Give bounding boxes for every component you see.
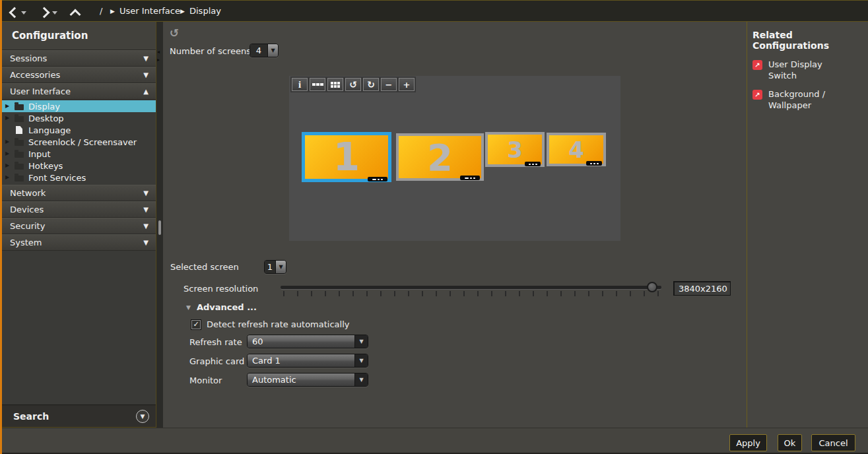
search-label: Search (13, 411, 49, 422)
sidebar-empty-area (2, 251, 156, 405)
dropdown-arrow-icon[interactable]: ▼ (354, 354, 368, 367)
select-value: 60 (248, 335, 354, 348)
section-label: Sessions (10, 53, 47, 63)
related-configurations-title: Related Configurations (752, 30, 864, 51)
collapse-left-icon[interactable]: ◂ (157, 49, 160, 55)
rotate-left-icon[interactable]: ↺ (345, 78, 361, 91)
back-history-dropdown-icon[interactable] (21, 11, 26, 15)
monitor-2[interactable]: 2 (396, 133, 484, 181)
tree-item-font-services[interactable]: ▶ Font Services (2, 172, 156, 183)
expander-icon[interactable]: ▶ (5, 104, 14, 109)
related-link-user-display-switch[interactable]: ↗ User Display Switch (752, 59, 864, 82)
folder-icon (15, 116, 24, 122)
triangle-down-icon: ▼ (271, 48, 275, 53)
search-expand-icon[interactable]: ▼ (136, 410, 149, 423)
monitor-3[interactable]: 3 (485, 132, 545, 167)
selected-screen-label: Selected screen (170, 262, 239, 272)
collapse-arrow-icon: ▼ (143, 239, 149, 246)
info-icon[interactable]: i (292, 78, 308, 91)
section-label: Security (10, 221, 45, 231)
rotate-right-icon[interactable]: ↻ (363, 78, 379, 91)
monitor-1[interactable]: 1 (302, 132, 391, 182)
tree-item-language[interactable]: Language (2, 124, 156, 136)
arrange-row-icon[interactable] (310, 78, 325, 91)
dropdown-arrow-icon[interactable]: ▼ (275, 261, 286, 273)
dropdown-arrow-icon[interactable]: ▼ (354, 373, 368, 386)
refresh-rate-select[interactable]: 60 ▼ (247, 335, 368, 348)
advanced-label: Advanced ... (197, 302, 257, 312)
graphic-card-select[interactable]: Card 1 ▼ (247, 354, 368, 368)
zoom-in-icon[interactable]: + (399, 78, 415, 91)
expander-icon[interactable]: ▶ (5, 163, 14, 168)
advanced-toggle[interactable]: ▼ Advanced ... (186, 302, 257, 312)
detect-refresh-checkbox-row[interactable]: ✓ Detect refresh rate automatically (191, 319, 349, 329)
splitter-grip[interactable] (158, 220, 161, 235)
expander-icon[interactable]: ▶ (5, 139, 14, 145)
file-icon (16, 126, 22, 134)
display-settings-panel: ↺ Number of screens 4 ▼ i ↺ ↻ − + 1 2 3 … (163, 22, 747, 428)
folder-icon (15, 164, 24, 170)
tree-item-input[interactable]: ▶ Input (2, 148, 156, 160)
configuration-sidebar: Configuration Sessions ▼ Accessories ▼ U… (2, 22, 156, 428)
collapse-arrow-icon: ▼ (143, 222, 149, 230)
resolution-slider-track[interactable] (281, 286, 661, 289)
arrange-grid-icon[interactable] (327, 78, 343, 91)
ok-button[interactable]: Ok (778, 434, 802, 451)
triangle-down-icon: ▼ (359, 339, 363, 344)
dropdown-arrow-icon[interactable]: ▼ (354, 335, 368, 348)
forward-history-dropdown-icon[interactable] (52, 11, 57, 15)
collapse-right-icon[interactable]: ▸ (157, 57, 160, 63)
sidebar-splitter[interactable]: ◂ ▸ (156, 22, 163, 428)
tree-item-display[interactable]: ▶ Display (2, 100, 156, 112)
tree-item-hotkeys[interactable]: ▶ Hotkeys (2, 160, 156, 172)
sidebar-section-system[interactable]: System ▼ (2, 234, 156, 251)
forward-icon[interactable] (38, 7, 49, 17)
apply-button[interactable]: Apply (729, 434, 767, 451)
collapse-arrow-icon: ▼ (143, 71, 149, 79)
sidebar-section-user-interface[interactable]: User Interface ▲ (2, 83, 156, 100)
dropdown-arrow-icon[interactable]: ▼ (267, 44, 278, 57)
selected-screen-select[interactable]: 1 ▼ (264, 260, 286, 274)
monitor-4[interactable]: 4 (547, 133, 606, 166)
resolution-value-field[interactable]: 3840x2160 (673, 281, 731, 296)
expander-icon[interactable]: ▶ (5, 151, 14, 156)
tree-item-screenlock[interactable]: ▶ Screenlock / Screensaver (2, 136, 156, 148)
breadcrumb-root[interactable]: / (100, 6, 102, 16)
tree-item-desktop[interactable]: ▶ Desktop (2, 112, 156, 124)
related-link-background-wallpaper[interactable]: ↗ Background / Wallpaper (752, 89, 864, 112)
sidebar-section-security[interactable]: Security ▼ (2, 218, 156, 234)
back-icon[interactable] (9, 7, 19, 17)
monitor-bezel (368, 177, 387, 181)
cancel-button[interactable]: Cancel (811, 434, 855, 451)
expander-icon[interactable]: ▶ (5, 115, 14, 121)
number-of-screens-label: Number of screens (170, 46, 251, 56)
sidebar-section-accessories[interactable]: Accessories ▼ (2, 67, 156, 83)
section-label: Accessories (10, 70, 60, 80)
breadcrumb-display[interactable]: Display (189, 6, 221, 16)
detect-refresh-checkbox[interactable]: ✓ (191, 320, 201, 329)
monitor-arrangement-panel: i ↺ ↻ − + 1 2 3 4 (289, 76, 620, 241)
section-label: Network (10, 188, 46, 198)
breadcrumb-user-interface[interactable]: User Interface (119, 6, 180, 16)
reset-to-default-icon[interactable]: ↺ (170, 26, 179, 40)
monitor-number: 2 (399, 136, 481, 178)
monitor-select[interactable]: Automatic ▼ (247, 373, 368, 387)
folder-icon (15, 176, 24, 181)
sidebar-section-devices[interactable]: Devices ▼ (2, 201, 156, 218)
expander-icon[interactable]: ▶ (5, 175, 14, 180)
triangle-down-icon: ▼ (359, 377, 363, 383)
number-of-screens-select[interactable]: 4 ▼ (250, 44, 279, 57)
external-link-icon: ↗ (752, 90, 762, 100)
sidebar-section-sessions[interactable]: Sessions ▼ (2, 50, 156, 67)
select-value: Card 1 (248, 354, 354, 367)
search-section[interactable]: Search ▼ (2, 405, 156, 427)
triangle-down-icon: ▼ (279, 264, 283, 270)
zoom-out-icon[interactable]: − (381, 78, 397, 91)
tree-item-label: Display (28, 102, 60, 112)
resolution-slider-handle[interactable] (647, 282, 657, 292)
collapse-arrow-icon: ▼ (143, 206, 149, 213)
up-level-icon[interactable] (69, 7, 80, 17)
sidebar-section-network[interactable]: Network ▼ (2, 185, 156, 201)
tree-item-label: Screenlock / Screensaver (28, 137, 137, 147)
section-label: User Interface (10, 86, 71, 96)
